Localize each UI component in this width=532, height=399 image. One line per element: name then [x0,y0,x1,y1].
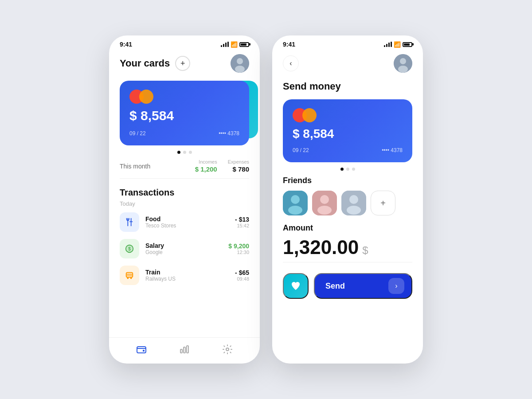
battery-icon-2 [403,42,412,47]
svg-point-23 [400,58,406,64]
txn-train-name: Train [145,269,229,276]
dot-6[interactable] [352,168,355,171]
send-button[interactable]: Send › [314,273,412,299]
wifi-icon: 📶 [231,41,238,48]
svg-rect-18 [180,349,182,353]
avatar-1[interactable] [231,54,249,73]
svg-point-30 [317,206,332,215]
friend-avatar-3[interactable] [341,191,366,215]
mastercard-logo-2 [293,108,403,122]
amount-row: 1,320.00 $ [283,236,412,262]
amount-section: Amount 1,320.00 $ [283,223,412,262]
svg-text:$: $ [128,246,131,251]
table-row[interactable]: $ Salary Google $ 9,200 12:30 [120,239,249,258]
incomes-stat: Incomes $ 1,200 [195,159,217,173]
wallet-icon [136,344,147,355]
salary-icon: $ [120,239,139,258]
txn-food-info: Food Tesco Stores [145,215,229,229]
status-icons-2: 📶 [384,41,412,48]
mastercard-logo [129,90,239,104]
signal-icon [221,42,229,47]
expenses-value: $ 780 [228,165,249,173]
dot-3[interactable] [189,151,192,154]
txn-salary-right: $ 9,200 12:30 [228,243,249,255]
table-row[interactable]: Train Railways US - $65 09:48 [120,266,249,285]
back-button[interactable]: ‹ [283,55,299,71]
food-icon [120,212,139,232]
cards-container: $ 8,584 09 / 22 •••• 4378 VISA 09 / 25 [120,81,249,145]
add-friend-button[interactable]: + [371,191,395,215]
bottom-nav [109,337,260,364]
nav-wallet[interactable] [136,344,147,355]
txn-salary-name: Salary [145,242,222,249]
friends-section: Friends [283,176,412,215]
transactions-subtitle: Today [120,200,249,207]
svg-point-32 [349,195,358,204]
table-row[interactable]: Food Tesco Stores - $13 15:42 [120,212,249,232]
svg-rect-17 [143,350,145,352]
card-indicator-2 [283,168,412,171]
status-icons-1: 📶 [221,41,249,48]
card-bottom-1: 09 / 22 •••• 4378 [129,130,239,137]
phone-screen-2: 9:41 📶 ‹ [272,35,423,364]
add-card-button[interactable]: + [175,56,190,71]
txn-salary-info: Salary Google [145,242,222,255]
svg-point-24 [398,66,408,73]
love-button[interactable] [283,273,309,299]
svg-point-21 [226,348,229,351]
chart-icon [179,344,190,355]
svg-rect-19 [184,347,185,353]
send-money-title: Send money [283,81,412,92]
send-arrow-icon: › [388,278,404,294]
signal-icon-2 [384,42,392,47]
train-icon [120,266,139,285]
status-time-2: 9:41 [283,41,295,48]
friend-avatar-2[interactable] [312,191,337,215]
incomes-value: $ 1,200 [195,165,217,173]
txn-train-time: 09:48 [235,276,249,282]
battery-icon [239,42,249,47]
svg-rect-20 [187,346,188,353]
main-card[interactable]: $ 8,584 09 / 22 •••• 4378 [120,81,249,145]
nav-chart[interactable] [179,344,190,355]
expenses-label: Expenses [228,159,249,164]
amount-title: Amount [283,223,412,233]
txn-food-name: Food [145,215,229,223]
heart-icon [290,281,301,291]
nav-settings[interactable] [222,344,233,355]
txn-train-info: Train Railways US [145,269,229,282]
send-card-bottom: 09 / 22 •••• 4378 [293,147,403,153]
friends-title: Friends [283,176,412,185]
dot-4[interactable] [340,168,344,171]
card-amount-1: $ 8,584 [129,108,239,123]
send-card-amount: $ 8,584 [293,127,403,141]
dot-2[interactable] [183,151,186,154]
svg-point-1 [237,58,243,64]
screens-container: 9:41 📶 Your cards + [91,18,441,381]
txn-train-amount: - $65 [235,269,249,276]
stats-group: Incomes $ 1,200 Expenses $ 780 [195,159,249,173]
svg-point-26 [291,195,300,204]
svg-point-29 [320,195,329,204]
txn-food-merchant: Tesco Stores [145,223,229,229]
incomes-label: Incomes [195,159,217,164]
card-date-1: 09 / 22 [129,130,146,137]
send-card[interactable]: $ 8,584 09 / 22 •••• 4378 [283,99,412,162]
svg-rect-16 [137,347,146,353]
action-row: Send › [283,273,412,299]
screen2-header: ‹ [283,54,412,73]
friend-avatar-1[interactable] [283,191,308,215]
txn-food-amount: - $13 [235,216,249,223]
friends-row: + [283,191,412,215]
amount-currency: $ [362,244,368,257]
dot-5[interactable] [346,168,349,171]
transactions-title: Transactions [120,188,249,198]
wifi-icon-2: 📶 [394,41,401,48]
status-time-1: 9:41 [120,41,132,48]
svg-point-33 [347,206,361,215]
phone-2-content: ‹ Send money $ 8,584 [272,51,423,364]
svg-point-27 [288,206,302,215]
header-left: Your cards + [120,56,190,71]
dot-1[interactable] [177,151,180,154]
avatar-2[interactable] [394,54,412,73]
